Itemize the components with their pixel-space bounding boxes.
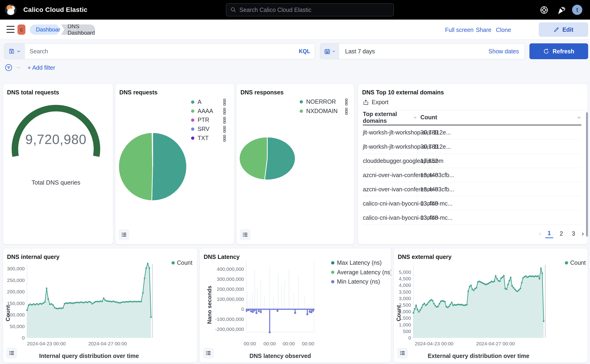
data-point[interactable]: [47, 298, 49, 300]
data-point[interactable]: [51, 303, 52, 305]
data-point[interactable]: [518, 289, 520, 291]
legend-actions-icon[interactable]: [224, 117, 225, 119]
data-point[interactable]: [441, 300, 443, 302]
data-point[interactable]: [312, 310, 314, 312]
data-point[interactable]: [132, 301, 134, 302]
data-point[interactable]: [491, 280, 492, 282]
data-point[interactable]: [543, 320, 545, 322]
data-point[interactable]: [456, 304, 458, 306]
data-point[interactable]: [531, 276, 532, 277]
legend-item-Min Latency (ns)[interactable]: Min Latency (ns): [337, 278, 380, 285]
data-point[interactable]: [522, 277, 524, 279]
data-point[interactable]: [78, 302, 80, 303]
data-point[interactable]: [70, 302, 72, 304]
data-point[interactable]: [52, 304, 54, 306]
data-point[interactable]: [434, 305, 436, 306]
data-point[interactable]: [532, 275, 534, 277]
hamburger-menu-icon[interactable]: [6, 26, 14, 33]
data-point[interactable]: [528, 276, 529, 278]
data-point[interactable]: [121, 302, 123, 303]
data-point[interactable]: [449, 304, 451, 305]
data-point[interactable]: [123, 301, 124, 303]
legend-item-Count[interactable]: Count: [570, 259, 586, 266]
legend-actions-icon[interactable]: [224, 126, 225, 128]
legend-item-NOERROR[interactable]: NOERROR: [306, 98, 336, 105]
data-point[interactable]: [43, 302, 44, 304]
data-point[interactable]: [480, 281, 481, 283]
data-point[interactable]: [90, 301, 91, 303]
data-point[interactable]: [481, 282, 483, 284]
data-point[interactable]: [483, 283, 484, 284]
space-badge[interactable]: c: [18, 25, 26, 35]
data-point[interactable]: [485, 284, 487, 286]
data-point[interactable]: [414, 308, 415, 310]
data-point[interactable]: [105, 299, 106, 301]
data-point[interactable]: [499, 280, 500, 282]
legend-actions-icon[interactable]: [224, 140, 225, 142]
data-point[interactable]: [75, 302, 77, 303]
legend-item-AAAA[interactable]: AAAA: [198, 108, 213, 114]
data-point[interactable]: [56, 308, 57, 309]
data-point[interactable]: [514, 288, 516, 290]
legend-actions-icon[interactable]: [224, 104, 225, 105]
data-point[interactable]: [150, 317, 152, 318]
data-point[interactable]: [484, 283, 486, 285]
pie-slice-NXDOMAIN[interactable]: [239, 137, 267, 180]
global-search[interactable]: [226, 3, 394, 16]
data-point[interactable]: [114, 301, 116, 303]
data-point[interactable]: [101, 301, 103, 302]
data-point[interactable]: [515, 290, 517, 292]
legend-item-A[interactable]: A: [198, 98, 201, 105]
data-point[interactable]: [511, 285, 513, 287]
help-lifebuoy-icon[interactable]: [540, 6, 549, 14]
legend-actions-icon[interactable]: [346, 108, 347, 110]
pagination-page-3[interactable]: 3: [570, 229, 577, 238]
data-point[interactable]: [505, 288, 506, 289]
legend-actions-icon[interactable]: [224, 135, 225, 137]
data-point[interactable]: [80, 301, 82, 303]
data-point[interactable]: [477, 281, 479, 283]
user-avatar[interactable]: t: [572, 5, 582, 15]
legend-item-SRV[interactable]: SRV: [198, 126, 209, 132]
legend-actions-icon[interactable]: [224, 137, 225, 139]
legend-actions-icon[interactable]: [224, 128, 225, 130]
show-dates-button[interactable]: Show dates: [488, 48, 525, 55]
data-point[interactable]: [467, 290, 469, 292]
data-point[interactable]: [529, 275, 531, 277]
pie-slice-NOERROR[interactable]: [265, 137, 295, 180]
data-point[interactable]: [136, 301, 137, 302]
data-point[interactable]: [119, 302, 121, 304]
filter-icon[interactable]: [5, 64, 13, 72]
data-point[interactable]: [418, 311, 420, 313]
data-point[interactable]: [149, 267, 150, 269]
add-filter-button[interactable]: + Add filter: [27, 64, 55, 71]
data-point[interactable]: [466, 304, 468, 306]
data-point[interactable]: [126, 301, 128, 302]
data-point[interactable]: [537, 275, 539, 277]
data-point[interactable]: [65, 302, 67, 304]
data-point[interactable]: [425, 305, 427, 306]
data-point[interactable]: [525, 275, 527, 277]
data-point[interactable]: [59, 307, 61, 309]
data-point[interactable]: [533, 276, 535, 278]
legend-actions-icon[interactable]: [346, 101, 347, 103]
data-point[interactable]: [478, 280, 480, 282]
legend-item-Count[interactable]: Count: [177, 259, 193, 266]
data-point[interactable]: [462, 304, 463, 306]
newsfeed-party-popper-icon[interactable]: [557, 6, 566, 14]
legend-actions-icon[interactable]: [346, 113, 347, 114]
data-point[interactable]: [492, 281, 494, 283]
data-point[interactable]: [84, 302, 85, 303]
data-point[interactable]: [459, 304, 461, 306]
kql-language-button[interactable]: KQL: [299, 48, 315, 55]
data-point[interactable]: [34, 304, 36, 306]
data-point[interactable]: [248, 309, 250, 311]
data-point[interactable]: [87, 302, 88, 303]
data-point[interactable]: [417, 309, 418, 310]
data-point[interactable]: [489, 282, 491, 283]
legend-actions-icon[interactable]: [224, 110, 225, 112]
data-point[interactable]: [447, 307, 448, 308]
date-quick-menu-button[interactable]: [320, 44, 339, 59]
legend-actions-icon[interactable]: [224, 122, 225, 123]
data-point[interactable]: [517, 290, 519, 292]
